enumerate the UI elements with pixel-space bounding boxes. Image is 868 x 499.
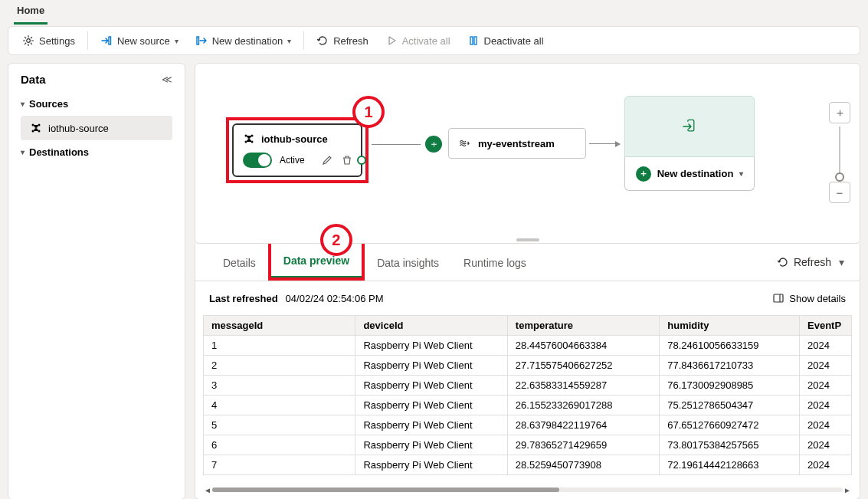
table-row[interactable]: 1Raspberry Pi Web Client28.4457600466338… xyxy=(204,336,852,356)
connector xyxy=(372,144,421,145)
tree-group-sources-label: Sources xyxy=(29,98,68,110)
svg-rect-1 xyxy=(109,37,111,44)
table-row[interactable]: 5Raspberry Pi Web Client28.6379842211976… xyxy=(204,415,852,435)
edit-icon[interactable] xyxy=(321,154,333,166)
table-cell: 2024 xyxy=(800,396,852,415)
scroll-left-icon[interactable]: ◄ xyxy=(203,485,212,494)
scroll-right-icon[interactable]: ► xyxy=(843,485,852,494)
bottom-panel: Details 2 Data preview Data insights Run… xyxy=(195,244,860,499)
side-panel-title: Data xyxy=(21,73,46,86)
chevron-down-icon: ▾ xyxy=(739,169,743,178)
table-cell: 2024 xyxy=(800,415,852,435)
node-eventstream[interactable]: my-eventstream xyxy=(448,128,586,159)
settings-label: Settings xyxy=(39,35,75,47)
table-cell: 28.44576004663384 xyxy=(507,336,659,356)
table-cell: 77.8436617210733 xyxy=(660,356,800,376)
tab-data-insights[interactable]: Data insights xyxy=(365,246,451,278)
tree-group-destinations-label: Destinations xyxy=(29,146,89,158)
iothub-icon xyxy=(30,122,42,134)
annotation-highlight-tab: 2 Data preview xyxy=(268,244,365,281)
deactivate-all-button[interactable]: Deactivate all xyxy=(460,31,552,50)
add-node-button[interactable]: ＋ xyxy=(425,136,442,153)
show-details-button[interactable]: Show details xyxy=(772,292,846,304)
table-cell: Raspberry Pi Web Client xyxy=(355,435,507,455)
collapse-icon[interactable]: ≪ xyxy=(162,74,172,85)
svg-rect-2 xyxy=(197,37,199,44)
svg-rect-3 xyxy=(470,37,473,44)
table-cell: Raspberry Pi Web Client xyxy=(355,336,507,356)
refresh-button[interactable]: Refresh xyxy=(309,31,376,50)
tree-item-label: iothub-source xyxy=(48,123,109,134)
new-destination-node-button[interactable]: ＋ New destination ▾ xyxy=(624,157,755,191)
node-source[interactable]: iothub-source Active xyxy=(232,123,362,177)
table-cell: 7 xyxy=(204,455,355,475)
destination-drop-area[interactable] xyxy=(624,96,755,157)
new-source-label: New source xyxy=(117,35,170,47)
annotation-highlight-source: iothub-source Active xyxy=(226,117,368,183)
table-row[interactable]: 4Raspberry Pi Web Client26.1552332690172… xyxy=(204,396,852,415)
table-cell: 27.715575406627252 xyxy=(507,356,659,376)
last-refreshed-label: Last refreshed xyxy=(209,293,278,304)
tree-group-sources[interactable]: ▾ Sources xyxy=(15,94,179,114)
activate-all-button[interactable]: Activate all xyxy=(378,31,458,50)
pause-icon xyxy=(467,34,480,47)
table-cell: Raspberry Pi Web Client xyxy=(355,396,507,415)
table-row[interactable]: 2Raspberry Pi Web Client27.7155754066272… xyxy=(204,356,852,376)
iothub-icon xyxy=(243,133,255,145)
chevron-down-icon: ▾ xyxy=(175,37,179,45)
table-cell: 5 xyxy=(204,415,355,435)
table-cell: 72.19614442128663 xyxy=(660,455,800,475)
new-source-button[interactable]: New source ▾ xyxy=(93,31,186,50)
zoom-thumb[interactable] xyxy=(835,172,844,182)
col-header-eventp[interactable]: EventP xyxy=(800,316,852,336)
col-header-humidity[interactable]: humidity xyxy=(660,316,800,336)
annotation-callout-1: 1 xyxy=(352,96,385,128)
svg-rect-15 xyxy=(774,294,783,302)
table-header-row: messageId deviceId temperature humidity … xyxy=(204,316,852,336)
zoom-out-button[interactable]: − xyxy=(829,182,850,203)
table-cell: 26.155233269017288 xyxy=(507,396,659,415)
panel-resize-handle[interactable] xyxy=(516,238,539,241)
table-cell: 29.78365271429659 xyxy=(507,435,659,455)
table-cell: 28.63798422119764 xyxy=(507,415,659,435)
tab-runtime-logs[interactable]: Runtime logs xyxy=(451,246,539,278)
ribbon-tab-home[interactable]: Home xyxy=(14,0,47,25)
table-row[interactable]: 6Raspberry Pi Web Client29.7836527142965… xyxy=(204,435,852,455)
last-refreshed-value: 04/02/24 02:54:06 PM xyxy=(286,293,384,304)
graph-canvas[interactable]: 1 iothub-source Active xyxy=(195,63,860,244)
horizontal-scrollbar[interactable]: ◄ ► xyxy=(203,485,852,494)
node-output-port[interactable] xyxy=(357,156,366,165)
node-eventstream-title: my-eventstream xyxy=(478,138,555,149)
show-details-label: Show details xyxy=(789,293,846,304)
zoom-in-button[interactable]: ＋ xyxy=(829,102,850,123)
new-destination-button[interactable]: New destination ▾ xyxy=(188,31,300,50)
scrollbar-thumb[interactable] xyxy=(212,488,559,492)
table-cell: 2024 xyxy=(800,336,852,356)
panel-refresh-button[interactable]: Refresh xyxy=(777,256,831,268)
gear-icon xyxy=(22,34,34,47)
table-cell: 4 xyxy=(204,396,355,415)
active-toggle[interactable] xyxy=(243,153,272,168)
table-cell: Raspberry Pi Web Client xyxy=(355,415,507,435)
settings-button[interactable]: Settings xyxy=(15,31,83,50)
col-header-deviceid[interactable]: deviceId xyxy=(355,316,507,336)
new-destination-label: New destination xyxy=(212,35,283,47)
table-cell: 75.2512786504347 xyxy=(660,396,800,415)
refresh-icon xyxy=(316,34,329,47)
zoom-slider[interactable] xyxy=(839,126,840,179)
chevron-down-icon: ▾ xyxy=(21,148,25,156)
eventstream-icon xyxy=(458,137,470,149)
tab-details[interactable]: Details xyxy=(211,246,268,278)
tree-group-destinations[interactable]: ▾ Destinations xyxy=(15,142,179,163)
chevron-down-icon[interactable]: ▾ xyxy=(839,256,844,268)
col-header-messageid[interactable]: messageId xyxy=(204,316,355,336)
annotation-callout-2: 2 xyxy=(320,224,352,256)
source-in-icon xyxy=(100,34,113,47)
table-row[interactable]: 3Raspberry Pi Web Client22.6358331455928… xyxy=(204,376,852,396)
table-row[interactable]: 7Raspberry Pi Web Client28.5259450773908… xyxy=(204,455,852,475)
table-cell: Raspberry Pi Web Client xyxy=(355,376,507,396)
delete-icon[interactable] xyxy=(341,154,353,166)
separator xyxy=(303,31,304,50)
col-header-temperature[interactable]: temperature xyxy=(507,316,659,336)
tree-item-iothub-source[interactable]: iothub-source xyxy=(21,116,172,140)
